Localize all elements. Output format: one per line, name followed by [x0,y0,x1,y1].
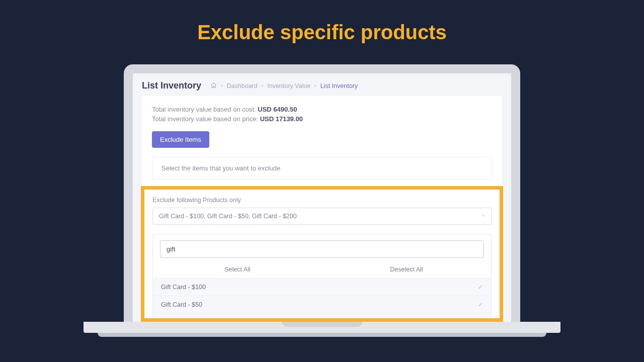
product-option[interactable]: Gift Card - $50 ✓ [153,296,491,313]
laptop-base-top [84,322,560,333]
summary-price-row: Total inventory value based on price: US… [152,115,492,124]
breadcrumb-separator: • [221,83,223,88]
product-search-input[interactable] [160,240,484,258]
breadcrumb: List Inventory • Dashboard • Inventory V… [133,73,511,96]
breadcrumb-inventory-value[interactable]: Inventory Value [267,82,310,89]
breadcrumb-dashboard[interactable]: Dashboard [227,82,258,89]
exclude-products-section: Exclude following Products only Gift Car… [144,190,500,318]
product-option-label: Gift Card - $100 [161,284,206,291]
product-option[interactable]: Gift Card - $100 ✓ [153,278,491,296]
product-option[interactable]: Gift Card - $200 ✓ [153,313,491,318]
chevron-down-icon [481,213,486,219]
page-title: List Inventory [142,80,201,91]
exclude-items-button[interactable]: Exclude Items [152,131,209,148]
select-all-button[interactable]: Select All [153,266,322,273]
breadcrumb-list-inventory: List Inventory [320,82,358,89]
laptop-screen: List Inventory • Dashboard • Inventory V… [124,64,520,324]
app-surface: List Inventory • Dashboard • Inventory V… [133,73,511,324]
summary-price-value: USD 17139.00 [260,115,303,123]
summary-cost-row: Total inventory value based on cost: USD… [152,105,492,115]
summary-price-label: Total inventory value based on price: [152,115,258,123]
check-icon: ✓ [478,301,483,308]
laptop-frame: List Inventory • Dashboard • Inventory V… [124,64,520,324]
summary-cost-value: USD 6490.50 [258,106,297,113]
laptop-base [84,322,560,337]
instruction-text: Select the items that you want to exclud… [162,164,482,172]
page-headline: Exclude specific products [0,0,644,44]
laptop-base-bottom [98,333,546,337]
summary-cost-label: Total inventory value based on cost: [152,106,256,113]
product-dropdown-panel: Select All Deselect All Gift Card - $100… [152,234,492,318]
check-icon: ✓ [478,284,483,291]
laptop-notch [282,322,362,327]
selected-products-select[interactable]: Gift Card - $100, Gift Card - $50, Gift … [152,208,492,225]
selected-products-summary: Gift Card - $100, Gift Card - $50, Gift … [159,213,297,220]
highlight-box: Exclude following Products only Gift Car… [141,186,503,322]
deselect-all-button[interactable]: Deselect All [322,266,491,273]
breadcrumb-separator: • [314,83,316,88]
home-icon[interactable] [210,82,217,89]
search-wrap [153,234,491,263]
bulk-actions-row: Select All Deselect All [153,263,491,278]
exclude-section-title: Exclude following Products only [152,197,492,204]
breadcrumb-separator: • [262,83,264,88]
instruction-panel: Select the items that you want to exclud… [152,157,492,179]
product-option-label: Gift Card - $50 [161,301,202,308]
